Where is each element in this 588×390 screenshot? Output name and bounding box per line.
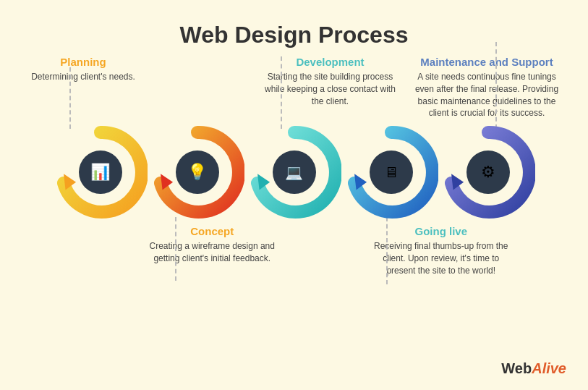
label-maintenance-desc: A site needs continuous fine tunings eve…	[411, 71, 563, 119]
label-maintenance: Maintenance and Support A site needs con…	[411, 56, 563, 119]
watermark: WebAlive	[501, 360, 566, 377]
circle-going-live: 🖥	[344, 125, 438, 219]
label-development-desc: Starting the site building process while…	[262, 71, 399, 107]
inner-circle-3: 💻	[273, 151, 316, 194]
page-title: Web Design Process	[180, 22, 409, 48]
circle-concept: 💡	[150, 125, 244, 219]
label-going-live: Going live Receiving final thumbs-up fro…	[369, 225, 514, 276]
watermark-alive: Alive	[532, 360, 566, 376]
label-planning-title: Planning	[25, 56, 141, 68]
label-concept-title: Concept	[147, 225, 277, 237]
icon-maintenance: ⚙	[481, 163, 495, 182]
label-development: Development Starting the site building p…	[262, 56, 399, 119]
label-maintenance-title: Maintenance and Support	[411, 56, 563, 68]
inner-circle-2: 💡	[176, 151, 219, 194]
dot-line-2b	[175, 217, 176, 281]
dot-line-1	[69, 67, 71, 129]
label-concept-desc: Creating a wireframe design and getting …	[147, 240, 277, 265]
inner-circle-1: 📊	[79, 151, 122, 194]
label-going-live-title: Going live	[369, 225, 514, 237]
dot-line-5	[495, 42, 497, 129]
circle-development: 💻	[247, 125, 341, 219]
dot-line-3	[281, 56, 282, 129]
icon-concept: 💡	[187, 163, 207, 182]
icon-planning: 📊	[90, 163, 110, 182]
label-development-title: Development	[262, 56, 399, 68]
label-planning: Planning Determining client's needs.	[25, 56, 141, 119]
icon-development: 💻	[285, 164, 303, 181]
circle-planning: 📊	[54, 125, 148, 219]
label-concept: Concept Creating a wireframe design and …	[147, 225, 277, 276]
label-planning-desc: Determining client's needs.	[25, 71, 141, 83]
icon-going-live: 🖥	[384, 164, 399, 181]
watermark-web: Web	[501, 360, 532, 376]
dot-line-4b	[386, 217, 388, 284]
inner-circle-5: ⚙	[466, 151, 510, 194]
label-going-live-desc: Receiving final thumbs-up from the clien…	[369, 240, 514, 276]
inner-circle-4: 🖥	[370, 151, 413, 194]
page-container: Web Design Process Planning Determining …	[0, 0, 588, 390]
circle-maintenance: ⚙	[441, 125, 535, 219]
